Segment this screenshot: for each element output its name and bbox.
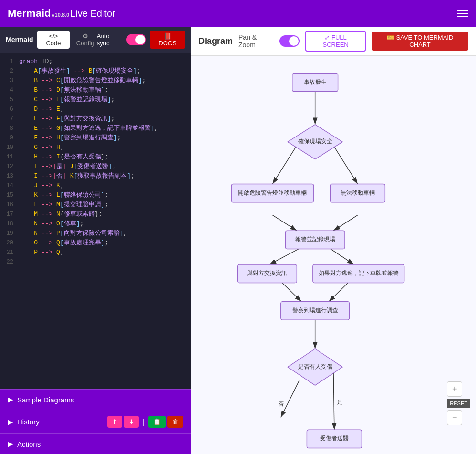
header: Mermaid v10.8.0 Live Editor xyxy=(0,0,476,27)
line-number: 7 xyxy=(0,114,19,124)
node-d-label: 無法移動車輛 xyxy=(341,190,375,196)
sample-diagrams-section[interactable]: ▶ Sample Diagrams xyxy=(0,389,191,410)
line-content: D --> E; xyxy=(19,105,64,114)
history-section-left: ▶ History xyxy=(8,418,40,426)
line-content: N --> O[修車]; xyxy=(19,219,83,229)
line-number: 8 xyxy=(0,124,19,133)
history-delete-button[interactable]: 🗑 xyxy=(167,416,183,428)
line-content: E --> G[如果對方逃逸，記下車牌並報警]; xyxy=(19,124,158,133)
line-number: 10 xyxy=(0,143,19,152)
toolbar-right: Auto sync 📕 DOCS xyxy=(97,31,185,49)
node-e-label: 報警並記錄現場 xyxy=(295,236,335,242)
save-to-mermaid-button[interactable]: 🎫 SAVE TO MERMAID CHART xyxy=(372,32,468,51)
code-line: 9 F --> H[警察到場進行調查]; xyxy=(0,133,191,143)
code-line: 15 K --> L[聯絡保險公司]; xyxy=(0,190,191,200)
line-number: 22 xyxy=(0,257,19,267)
edge-f-h xyxy=(281,282,301,302)
code-line: 5 C --> E[報警並記錄現場]; xyxy=(0,95,191,105)
sample-diagrams-label: Sample Diagrams xyxy=(17,396,74,404)
zoom-controls: + RESET − xyxy=(447,381,470,425)
code-line: 7 E --> F[與對方交換資訊]; xyxy=(0,114,191,124)
line-content: graph TD; xyxy=(19,57,52,66)
code-tab-button[interactable]: </> Code xyxy=(37,31,70,49)
node-i-label: 是否有人受傷 xyxy=(298,364,332,370)
left-panel: Mermaid </> Code ⚙ Config Auto sync 📕 DO… xyxy=(0,27,191,454)
line-content: B --> D[無法移動車輛]; xyxy=(19,85,108,95)
history-actions: ⬆ ⬇ | 📋 🗑 xyxy=(107,416,183,428)
actions-section[interactable]: ▶ Actions xyxy=(0,433,191,454)
edge-label-yes: 是 xyxy=(337,399,342,405)
line-content: E --> F[與對方交換資訊]; xyxy=(19,114,114,124)
line-number: 6 xyxy=(0,105,19,114)
app-subtitle: Live Editor xyxy=(70,8,115,19)
node-j-label: 受傷者送醫 xyxy=(320,435,349,441)
config-tab-button[interactable]: ⚙ Config xyxy=(73,32,97,47)
fullscreen-button[interactable]: ⤢ FULL SCREEN xyxy=(305,31,366,52)
code-line: 21 P --> Q; xyxy=(0,248,191,257)
node-g-label: 如果對方逃逸，記下車牌並報警 xyxy=(319,270,399,276)
history-copy-button[interactable]: 📋 xyxy=(148,416,166,428)
line-content: N --> P[向對方保險公司索賠]; xyxy=(19,229,127,238)
line-content: J --> K; xyxy=(19,181,64,190)
node-c-label: 開啟危險警告燈並移動車輛 xyxy=(238,190,307,196)
code-line: 6 D --> E; xyxy=(0,105,191,114)
bottom-sections: ▶ Sample Diagrams ▶ History ⬆ ⬇ | 📋 🗑 ▶ xyxy=(0,389,191,454)
menu-icon-line2 xyxy=(457,13,468,14)
mermaid-toolbar-label: Mermaid xyxy=(6,36,33,43)
code-line: 1 graph TD; xyxy=(0,57,191,66)
auto-sync-label: Auto sync xyxy=(97,32,123,47)
edge-i-no xyxy=(281,381,299,418)
node-h-label: 警察到場進行調查 xyxy=(292,307,338,313)
zoom-in-button[interactable]: + xyxy=(447,381,462,397)
code-line: 18 N --> O[修車]; xyxy=(0,219,191,229)
edge-d-e xyxy=(333,215,358,231)
line-content: H --> I{是否有人受傷}; xyxy=(19,152,108,162)
history-label: History xyxy=(17,418,40,426)
flowchart-svg: 事故發生 確保現場安全 開啟危險警告燈並移動車輛 無法移動車輛 報警並記錄現場 … xyxy=(191,56,476,454)
diagram-label: Diagram xyxy=(198,36,233,46)
line-number: 17 xyxy=(0,210,19,219)
edge-b-d xyxy=(331,142,358,184)
zoom-out-button[interactable]: − xyxy=(447,410,462,425)
node-f-label: 與對方交換資訊 xyxy=(247,270,287,276)
node-a-label: 事故發生 xyxy=(304,79,327,85)
code-editor[interactable]: 1 graph TD; 2 A[事故發生] --> B[確保現場安全]; 3 B… xyxy=(0,53,191,389)
node-b-label: 確保現場安全 xyxy=(298,138,332,144)
code-line: 14 J --> K; xyxy=(0,181,191,190)
line-number: 20 xyxy=(0,238,19,248)
history-upload-button[interactable]: ⬆ xyxy=(107,416,122,428)
code-line: 13 I -->|否| K[獲取事故報告副本]; xyxy=(0,171,191,181)
zoom-reset-button[interactable]: RESET xyxy=(447,399,470,408)
code-line: 8 E --> G[如果對方逃逸，記下車牌並報警]; xyxy=(0,124,191,133)
line-number: 18 xyxy=(0,219,19,229)
line-content: F --> H[警察到場進行調查]; xyxy=(19,133,121,143)
code-line: 10 G --> H; xyxy=(0,143,191,152)
line-content: C --> E[報警並記錄現場]; xyxy=(19,95,114,105)
editor-toolbar: Mermaid </> Code ⚙ Config Auto sync 📕 DO… xyxy=(0,27,191,53)
history-section[interactable]: ▶ History ⬆ ⬇ | 📋 🗑 xyxy=(0,410,191,433)
line-number: 14 xyxy=(0,181,19,190)
docs-button[interactable]: 📕 DOCS xyxy=(150,31,185,49)
line-number: 15 xyxy=(0,190,19,200)
line-number: 4 xyxy=(0,85,19,95)
code-line: 22 xyxy=(0,257,191,267)
line-content: K --> L[聯絡保險公司]; xyxy=(19,190,108,200)
line-number: 9 xyxy=(0,133,19,143)
line-number: 1 xyxy=(0,57,19,66)
pan-zoom-toggle[interactable] xyxy=(279,35,300,47)
menu-icon-line3 xyxy=(457,16,468,17)
pan-zoom-label: Pan & Zoom xyxy=(238,33,274,49)
diagram-toolbar: Diagram Pan & Zoom ⤢ FULL SCREEN 🎫 SAVE … xyxy=(191,27,476,56)
chevron-right-icon: ▶ xyxy=(8,418,13,426)
right-panel: Diagram Pan & Zoom ⤢ FULL SCREEN 🎫 SAVE … xyxy=(191,27,476,454)
edge-i-j xyxy=(333,370,334,430)
auto-sync-toggle[interactable] xyxy=(126,34,146,45)
line-number: 5 xyxy=(0,95,19,105)
hamburger-menu[interactable] xyxy=(457,10,468,17)
menu-icon-line1 xyxy=(457,10,468,11)
edge-c-e xyxy=(273,215,297,231)
edge-label-no: 否 xyxy=(279,401,284,407)
history-download-button[interactable]: ⬇ xyxy=(124,416,139,428)
diagram-canvas: 事故發生 確保現場安全 開啟危險警告燈並移動車輛 無法移動車輛 報警並記錄現場 … xyxy=(191,56,476,454)
line-content: B --> C[開啟危險警告燈並移動車輛]; xyxy=(19,76,145,85)
